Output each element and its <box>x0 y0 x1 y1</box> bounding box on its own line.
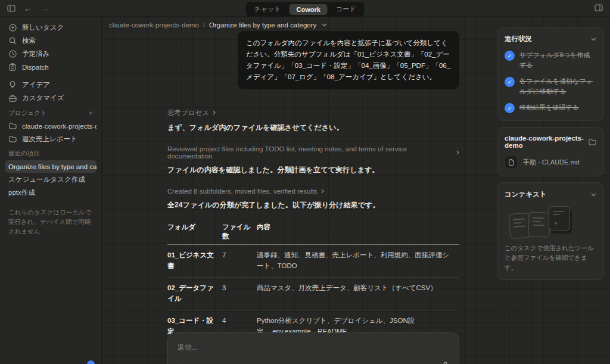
column-header: 内容 <box>257 219 459 245</box>
context-description: このタスクで使用されたツールと参照ファイルを確認できます。 <box>505 243 596 272</box>
progress-card-header[interactable]: 進行状況 <box>505 35 596 43</box>
sidebar-recent-item-active[interactable]: Organize files by type and category <box>5 160 97 173</box>
main-area: claude-cowork-projects-demo / Organize f… <box>101 17 610 364</box>
sidebar-item-label: claude-cowork-projects-demo <box>22 123 97 130</box>
sidebar-item-label: 検索 <box>22 36 36 45</box>
chevron-down-icon <box>591 38 596 41</box>
user-message-bubble: このフォルダ内のファイルを内容と拡張子に基づいて分類してください。分類先のサブフ… <box>238 31 459 89</box>
back-arrow-icon[interactable]: ← <box>24 4 32 13</box>
sidebar-item-label: カスタマイズ <box>22 94 64 102</box>
context-card-header[interactable]: コンテキスト <box>505 190 596 199</box>
avatar <box>87 360 95 364</box>
reply-composer[interactable]: + Opus 4.6 <box>167 332 459 364</box>
sidebar-item-customize[interactable]: カスタマイズ <box>5 92 97 104</box>
tool-call-summary[interactable]: Reviewed project files including TODO li… <box>167 145 459 160</box>
sidebar-item-label: Organize files by type and category <box>8 163 97 170</box>
check-icon: ✓ <box>505 51 515 61</box>
sidebar-item-dispatch[interactable]: Dispatch <box>5 61 97 73</box>
check-icon: ✓ <box>505 77 515 87</box>
lightbulb-icon <box>8 81 17 89</box>
chevron-right-icon <box>321 189 324 194</box>
folder-icon <box>8 136 17 142</box>
progress-task: ✓ 各ファイルを適切なフォルダに移動する <box>505 76 596 96</box>
sidebar-item-label: アイデア <box>22 80 50 89</box>
sidebar-item-search[interactable]: 検索 <box>5 35 97 47</box>
folder-icon[interactable] <box>589 139 596 145</box>
breadcrumb-separator: / <box>203 21 205 29</box>
chevron-down-icon[interactable] <box>322 23 327 27</box>
plus-circle-icon <box>8 24 17 32</box>
assistant-paragraph: 全24ファイルの分類が完了しました。以下が振り分け結果です。 <box>167 200 459 211</box>
folder-icon <box>8 123 17 129</box>
reply-input[interactable] <box>178 343 449 351</box>
sidebar-project-item[interactable]: 週次売上レポート <box>5 133 97 145</box>
sidebar-item-new-task[interactable]: 新しいタスク <box>5 21 97 34</box>
thought-process-toggle[interactable]: 思考プロセス <box>167 108 459 117</box>
chevron-down-icon <box>591 193 596 197</box>
chevron-right-icon <box>456 150 459 155</box>
project-file-item[interactable]: 手順 · CLAUDE.md <box>505 155 596 169</box>
check-icon: ✓ <box>505 103 515 113</box>
project-files-header[interactable]: claude-cowork-projects-demo <box>505 135 596 149</box>
breadcrumb-task[interactable]: Organize files by type and category <box>209 21 316 29</box>
file-name: 手順 · CLAUDE.md <box>523 158 580 167</box>
tab-chat[interactable]: チャット <box>247 3 288 15</box>
sidebar-recent-item[interactable]: スケジュールタスク作成 <box>5 173 97 186</box>
document-icon <box>505 155 518 169</box>
search-icon <box>8 37 17 45</box>
attach-plus-icon[interactable]: + <box>178 362 183 364</box>
table-row: 02_データファイル 3 商品マスタ、月次売上データ、顧客リスト（すべてCSV） <box>167 278 459 310</box>
recent-section-header: 最近の項目 <box>5 146 97 160</box>
sidebar-item-label: Dispatch <box>22 64 49 71</box>
sidebar-item-label: 週次売上レポート <box>22 135 77 144</box>
table-row: 01_ビジネス文書 7 議事録、通知、見積書、売上レポート、利用規約、面接評価シ… <box>167 245 459 278</box>
left-sidebar: 新しいタスク 検索 予定済み <box>0 17 101 364</box>
forward-arrow-icon[interactable]: → <box>41 4 49 13</box>
sidebar-toggle-icon[interactable] <box>7 5 15 12</box>
table-header-row: フォルダ ファイル数 内容 <box>167 219 459 245</box>
chevron-right-icon <box>213 110 216 115</box>
context-thumbnails[interactable]: + <box>505 206 596 241</box>
local-tasks-note: これらのタスクはローカルで実行され、デバイス間で同期されません <box>5 200 97 236</box>
sidebar-item-label: 新しいタスク <box>22 23 64 32</box>
tab-code[interactable]: コード <box>329 3 363 15</box>
progress-task: ✓ サブフォルダ8つを作成する <box>505 50 596 70</box>
microphone-icon[interactable] <box>441 362 449 364</box>
project-title: claude-cowork-projects-demo <box>505 135 589 149</box>
conversation: このフォルダ内のファイルを内容と拡張子に基づいて分類してください。分類先のサブフ… <box>167 31 459 364</box>
assistant-paragraph: ファイルの内容を確認しました。分類計画を立てて実行します。 <box>167 164 459 176</box>
column-header: ファイル数 <box>222 219 257 245</box>
tab-cowork[interactable]: Cowork <box>290 4 328 15</box>
sidebar-recent-item[interactable]: pptx作成 <box>5 186 97 199</box>
sidebar-item-label: pptx作成 <box>8 188 35 197</box>
sidebar-item-scheduled[interactable]: 予定済み <box>5 48 97 60</box>
progress-task: ✓ 移動結果を確認する <box>505 102 596 113</box>
context-file-thumbnail: + <box>549 206 570 231</box>
sidebar-item-label: スケジュールタスク作成 <box>8 175 85 184</box>
right-panel: 進行状況 ✓ サブフォルダ8つを作成する ✓ 各ファイルを適切なフォルダに移動す… <box>497 27 604 280</box>
add-project-icon[interactable]: + <box>88 108 93 117</box>
context-card: コンテキスト + <box>497 182 604 280</box>
projects-section-header: プロジェクト + <box>5 105 97 120</box>
mode-tabs: チャット Cowork コード <box>246 2 365 17</box>
progress-title: 進行状況 <box>505 35 532 43</box>
sidebar-item-label: 予定済み <box>22 49 49 58</box>
project-files-card: claude-cowork-projects-demo 手順 <box>497 127 604 176</box>
sidebar-project-item[interactable]: claude-cowork-projects-demo <box>5 120 97 132</box>
tool-call-summary[interactable]: Created 8 subfolders, moved files, verif… <box>167 188 459 195</box>
top-bar: ← → チャット Cowork コード <box>0 0 610 17</box>
context-file-thumbnail <box>528 211 550 237</box>
dispatch-icon <box>8 63 17 71</box>
briefcase-icon <box>8 95 17 102</box>
right-panel-toggle-icon[interactable] <box>595 4 603 11</box>
breadcrumb-project[interactable]: claude-cowork-projects-demo <box>109 21 199 29</box>
app-window: ← → チャット Cowork コード 新しいタスク <box>0 0 610 364</box>
clock-icon <box>8 50 17 58</box>
context-title: コンテキスト <box>505 190 547 199</box>
column-header: フォルダ <box>167 219 222 245</box>
assistant-paragraph: まず、フォルダ内のファイルを確認させてください。 <box>167 122 459 133</box>
sidebar-item-ideas[interactable]: アイデア <box>5 79 97 91</box>
progress-card: 進行状況 ✓ サブフォルダ8つを作成する ✓ 各ファイルを適切なフォルダに移動す… <box>497 27 604 121</box>
